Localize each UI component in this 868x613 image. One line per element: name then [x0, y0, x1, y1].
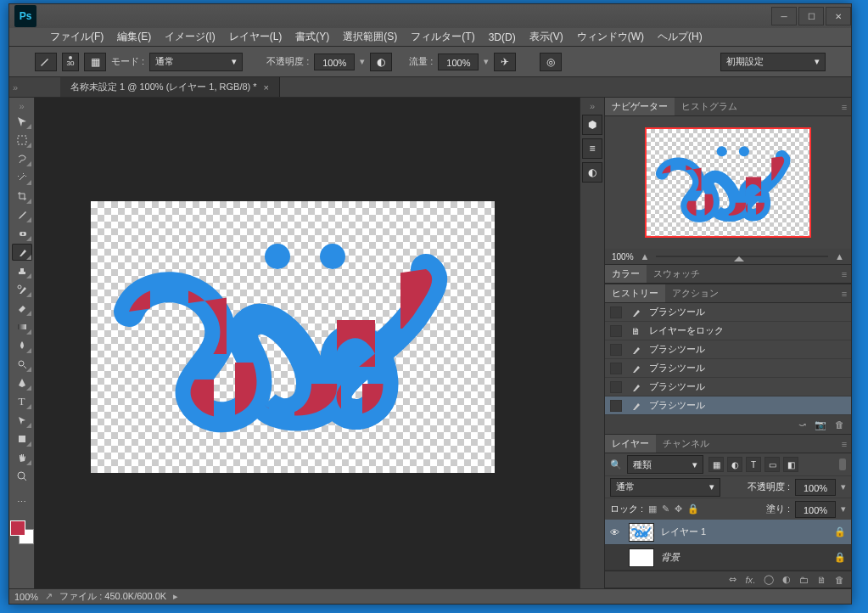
filter-smart-icon[interactable]: ◧ [783, 457, 798, 472]
filter-pixel-icon[interactable]: ▦ [708, 457, 724, 472]
brush-panel-toggle-icon[interactable]: ▦ [84, 53, 106, 71]
edit-toolbar-icon[interactable]: ⋯ [12, 493, 32, 510]
minimize-button[interactable]: ─ [771, 7, 797, 25]
heal-tool[interactable] [12, 225, 32, 242]
history-checkbox[interactable] [610, 344, 622, 356]
pressure-opacity-icon[interactable]: ◐ [370, 53, 392, 71]
airbrush-icon[interactable]: ✈ [494, 53, 516, 71]
swatches-tab[interactable]: スウォッチ [647, 265, 707, 283]
canvas-area[interactable] [35, 98, 580, 588]
history-item[interactable]: ブラシツール [605, 303, 851, 322]
actions-tab[interactable]: アクション [665, 284, 725, 302]
crop-tool[interactable] [12, 188, 32, 205]
status-arrow-icon[interactable]: ↗ [45, 591, 53, 602]
histogram-tab[interactable]: ヒストグラム [675, 98, 744, 115]
adjustments-panel-icon[interactable]: ◐ [582, 162, 602, 183]
menu-image[interactable]: イメージ(I) [158, 30, 221, 44]
visibility-icon[interactable]: 👁 [610, 527, 622, 537]
new-snapshot-icon[interactable]: ⤻ [798, 419, 806, 430]
filter-adjust-icon[interactable]: ◐ [727, 457, 742, 472]
history-item[interactable]: ブラシツール [605, 378, 851, 396]
flow-input[interactable]: 100% [438, 53, 479, 70]
trash-icon[interactable]: 🗑 [835, 419, 844, 430]
shape-tool[interactable] [12, 430, 32, 447]
dodge-tool[interactable] [12, 356, 32, 373]
lock-transparency-icon[interactable]: ▦ [648, 503, 657, 515]
lock-position-icon[interactable]: ✥ [675, 503, 682, 515]
layer-item[interactable]: 👁レイヤー 1🔒 [605, 520, 851, 545]
group-icon[interactable]: 🗀 [799, 575, 809, 585]
properties-panel-icon[interactable]: ≡ [582, 138, 602, 159]
panel-menu-icon[interactable]: ≡ [837, 98, 851, 115]
pressure-size-icon[interactable]: ◎ [540, 53, 562, 71]
toolbar-chevron[interactable]: » [16, 101, 28, 111]
lasso-tool[interactable] [12, 150, 32, 167]
brush-tool[interactable] [12, 244, 32, 261]
marquee-tool[interactable] [12, 132, 32, 149]
history-checkbox[interactable] [610, 325, 622, 337]
history-item[interactable]: ブラシツール [605, 396, 851, 415]
lock-pixels-icon[interactable]: ✎ [662, 503, 669, 515]
lock-all-icon[interactable]: 🔒 [687, 503, 699, 515]
close-button[interactable]: ✕ [826, 7, 851, 25]
navigator-thumbnail[interactable] [645, 127, 811, 238]
panel-menu-icon[interactable]: ≡ [837, 265, 851, 283]
brush-size-chip[interactable]: 30 [62, 53, 79, 71]
history-item[interactable]: ブラシツール [605, 340, 851, 359]
hand-tool[interactable] [12, 449, 32, 466]
menu-layer[interactable]: レイヤー(L) [222, 30, 289, 44]
history-checkbox[interactable] [610, 400, 622, 412]
menu-file[interactable]: ファイル(F) [43, 30, 110, 44]
camera-icon[interactable]: 📷 [815, 419, 826, 430]
canvas[interactable] [91, 201, 495, 473]
color-swatch[interactable] [10, 520, 34, 544]
layer-thumbnail[interactable] [629, 523, 654, 542]
navigator-tab[interactable]: ナビゲーター [605, 98, 675, 115]
opacity-input[interactable]: 100% [314, 53, 355, 70]
layer-opacity-input[interactable]: 100% [795, 479, 836, 496]
tool-preset-icon[interactable] [35, 53, 57, 71]
fx-icon[interactable]: fx. [745, 575, 755, 585]
workspace-dropdown[interactable]: 初期設定▾ [720, 53, 826, 71]
status-file-info[interactable]: ファイル : 450.0K/600.0K [59, 590, 166, 603]
history-brush-tool[interactable] [12, 281, 32, 298]
layer-name[interactable]: レイヤー 1 [661, 526, 827, 538]
delete-layer-icon[interactable]: 🗑 [835, 575, 844, 585]
history-checkbox[interactable] [610, 381, 622, 393]
close-tab-icon[interactable]: × [264, 82, 269, 93]
menu-3d[interactable]: 3D(D) [482, 31, 523, 43]
menu-window[interactable]: ウィンドウ(W) [570, 30, 651, 44]
document-tab[interactable]: 名称未設定 1 @ 100% (レイヤー 1, RGB/8) * × [60, 77, 280, 97]
type-tool[interactable]: T [12, 393, 32, 410]
eraser-tool[interactable] [12, 300, 32, 317]
layer-thumbnail[interactable] [629, 548, 654, 567]
color-tab[interactable]: カラー [605, 265, 647, 283]
history-item[interactable]: 🗎レイヤーをロック [605, 322, 851, 340]
wand-tool[interactable] [12, 169, 32, 186]
layers-tab[interactable]: レイヤー [605, 435, 656, 453]
filter-type-icon[interactable]: T [746, 457, 761, 472]
stamp-tool[interactable] [12, 262, 32, 279]
link-layers-icon[interactable]: ⇔ [729, 574, 736, 585]
history-item[interactable]: ブラシツール [605, 359, 851, 378]
layer-blend-dropdown[interactable]: 通常▾ [610, 478, 720, 497]
blend-mode-dropdown[interactable]: 通常▾ [149, 53, 243, 71]
menu-select[interactable]: 選択範囲(S) [336, 30, 404, 44]
arrange-icon[interactable]: » [9, 77, 21, 97]
menu-type[interactable]: 書式(Y) [288, 30, 336, 44]
filter-toggle[interactable] [839, 458, 846, 470]
filter-shape-icon[interactable]: ▭ [764, 457, 780, 472]
history-checkbox[interactable] [610, 363, 622, 374]
menu-view[interactable]: 表示(V) [523, 30, 570, 44]
menu-edit[interactable]: 編集(E) [110, 30, 158, 44]
menu-filter[interactable]: フィルター(T) [404, 30, 481, 44]
mask-icon[interactable]: ◯ [764, 574, 774, 585]
layer-fill-input[interactable]: 100% [795, 501, 836, 518]
move-tool[interactable] [12, 113, 32, 130]
foreground-color[interactable] [10, 520, 25, 536]
blur-tool[interactable] [12, 337, 32, 354]
zoom-tool[interactable] [12, 468, 32, 485]
search-icon[interactable]: 🔍 [610, 459, 622, 470]
pen-tool[interactable] [12, 374, 32, 391]
layer-item[interactable]: 背景🔒 [605, 545, 851, 571]
